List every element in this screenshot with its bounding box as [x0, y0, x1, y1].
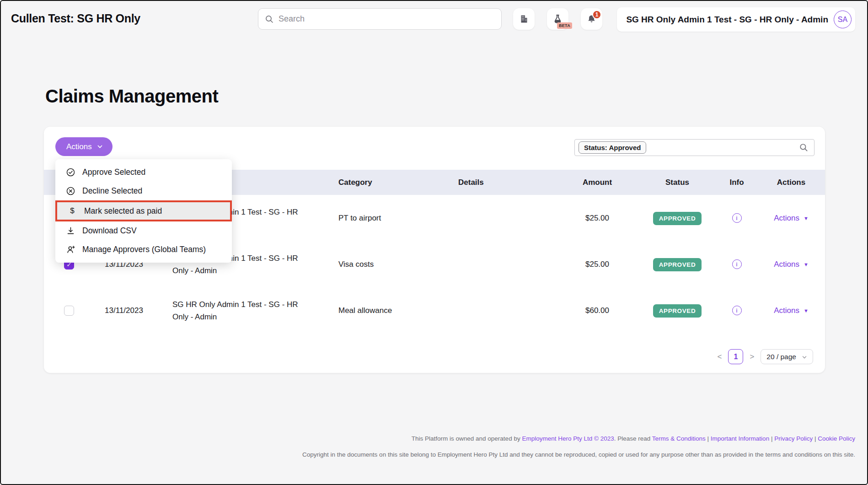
footer-link-cookie-policy[interactable]: Cookie Policy: [818, 435, 855, 442]
claim-category: Meal allowance: [327, 306, 437, 315]
table-row: 13/11/2023 SG HR Only Admin 1 Test - SG …: [44, 287, 825, 334]
download-icon: [65, 226, 75, 236]
beta-badge: BETA: [557, 22, 572, 29]
app-window: Cullen Test: SG HR Only BETA 1 SG HR Onl…: [0, 0, 868, 485]
claim-employee: SG HR Only Admin 1 Test - SG - HR Only -…: [154, 298, 327, 323]
building-icon: [519, 14, 529, 24]
footer-link-privacy-policy[interactable]: Privacy Policy: [774, 435, 813, 442]
footer-link-employment-hero[interactable]: Employment Hero Pty Ltd © 2023: [522, 435, 614, 442]
column-header-details: Details: [437, 178, 556, 187]
claim-amount: $25.00: [585, 260, 609, 269]
cross-circle-icon: [65, 186, 75, 196]
row-actions-dropdown[interactable]: Actions: [774, 260, 809, 269]
column-header-amount: Amount: [583, 178, 612, 187]
prev-page-button[interactable]: <: [716, 352, 723, 361]
column-header-info: Info: [729, 178, 744, 187]
avatar: SA: [834, 11, 852, 28]
menu-item-label: Decline Selected: [82, 186, 142, 196]
column-header-actions: Actions: [777, 178, 805, 187]
footer-separator: |: [706, 435, 711, 442]
status-badge: APPROVED: [653, 304, 702, 318]
status-badge: APPROVED: [653, 212, 702, 225]
org-title: Cullen Test: SG HR Only: [11, 12, 140, 25]
bulk-actions-button-label: Actions: [66, 142, 92, 151]
claim-date: 13/11/2023: [105, 306, 143, 315]
footer-copyright-line: Copyright in the documents on this site …: [302, 451, 855, 459]
footer-text: This Platform is owned and operated by: [412, 435, 522, 442]
notification-count-badge: 1: [592, 10, 601, 19]
beta-features-button[interactable]: BETA: [547, 8, 568, 30]
bulk-actions-menu: Approve Selected Decline Selected Mark s…: [55, 159, 232, 263]
footer-text: . Please read: [614, 435, 652, 442]
footer-legal-line: This Platform is owned and operated by E…: [302, 435, 855, 443]
menu-item-mark-selected-as-paid[interactable]: Mark selected as paid: [55, 200, 232, 221]
dollar-icon: [67, 206, 77, 216]
check-circle-icon: [65, 167, 75, 177]
info-icon[interactable]: [732, 306, 742, 315]
global-search[interactable]: [258, 8, 502, 30]
menu-item-approve-selected[interactable]: Approve Selected: [55, 163, 232, 182]
search-icon: [265, 15, 274, 24]
filter-search-bar[interactable]: Status: Approved: [574, 139, 814, 156]
status-filter-chip[interactable]: Status: Approved: [579, 141, 646, 154]
column-header-status: Status: [665, 178, 689, 187]
menu-item-label: Download CSV: [82, 226, 137, 236]
page-number-button[interactable]: 1: [728, 349, 743, 364]
footer-link-important-information[interactable]: Important Information: [711, 435, 769, 442]
footer: This Platform is owned and operated by E…: [302, 435, 855, 459]
claim-category: PT to airport: [327, 214, 437, 223]
organisation-button[interactable]: [513, 8, 535, 30]
claim-category: Visa costs: [327, 260, 437, 269]
menu-item-download-csv[interactable]: Download CSV: [55, 221, 232, 240]
filter-search-icon[interactable]: [799, 143, 809, 152]
menu-item-label: Approve Selected: [82, 167, 145, 177]
footer-separator: |: [769, 435, 774, 442]
notifications-button[interactable]: 1: [581, 8, 602, 30]
info-icon[interactable]: [732, 213, 742, 223]
column-header-category: Category: [327, 178, 437, 187]
chevron-down-icon: [96, 143, 103, 150]
page-title: Claims Management: [45, 86, 218, 107]
chevron-down-icon: [802, 355, 807, 360]
row-actions-dropdown[interactable]: Actions: [774, 306, 809, 315]
page-size-value: 20 / page: [766, 353, 796, 361]
status-badge: APPROVED: [653, 258, 702, 271]
menu-item-manage-approvers[interactable]: Manage Approvers (Global Teams): [55, 240, 232, 259]
user-menu-label: SG HR Only Admin 1 Test - SG - HR Only -…: [626, 15, 828, 25]
row-checkbox[interactable]: [64, 306, 74, 316]
footer-separator: |: [813, 435, 818, 442]
search-input[interactable]: [279, 14, 495, 24]
menu-item-decline-selected[interactable]: Decline Selected: [55, 182, 232, 200]
info-icon[interactable]: [732, 259, 742, 269]
bulk-actions-button[interactable]: Actions: [55, 137, 113, 156]
claim-amount: $25.00: [585, 214, 609, 223]
pagination: < 1 > 20 / page: [716, 349, 813, 364]
person-plus-icon: [65, 245, 75, 254]
footer-link-terms[interactable]: Terms & Conditions: [652, 435, 706, 442]
user-menu[interactable]: SG HR Only Admin 1 Test - SG - HR Only -…: [617, 7, 855, 32]
next-page-button[interactable]: >: [749, 352, 755, 361]
menu-item-label: Manage Approvers (Global Teams): [82, 245, 206, 254]
claim-amount: $60.00: [585, 306, 609, 315]
page-size-select[interactable]: 20 / page: [761, 349, 813, 364]
menu-item-label: Mark selected as paid: [84, 206, 162, 216]
row-actions-dropdown[interactable]: Actions: [774, 214, 809, 223]
